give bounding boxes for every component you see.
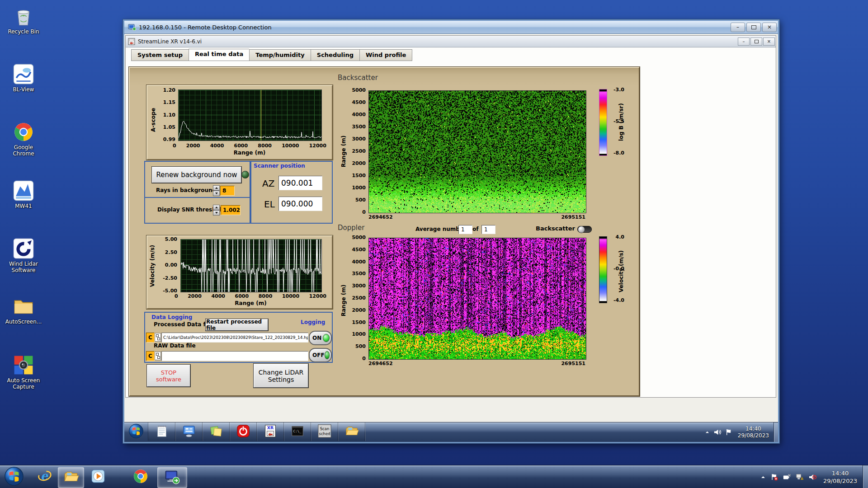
tab-system-setup[interactable]: System setup [131,49,189,61]
a-scope-ylabel: A-scope [150,99,156,140]
restart-processed-file-button[interactable]: Restart processed file [206,319,268,331]
data-logging-title: Data Logging [151,314,192,320]
host-clock[interactable]: 14:40 29/08/2023 [823,469,857,485]
a-scope-graph: A-scope 1.201.151.101.050.99 02000400060… [146,85,333,160]
desktop-icon-label: BL-View [3,86,44,93]
rays-spinner[interactable] [213,185,219,195]
taskbar-google-chrome[interactable] [130,467,151,487]
velocity-xticks: 020004000600080001000012000 [175,293,326,299]
start-orb-icon [128,423,144,441]
renew-background-button[interactable]: Renew background now [152,167,241,183]
remote-clock[interactable]: 14:40 29/08/2023 [738,426,769,439]
battery-power-icon[interactable] [783,473,791,481]
average-of-label: of [472,226,478,232]
stop-software-button[interactable]: STOP software [147,365,190,387]
tab-wind-profile[interactable]: Wind profile [359,49,412,61]
change-lidar-settings-button[interactable]: Change LiDAR Settings [254,364,308,388]
speaker-icon[interactable] [713,428,721,436]
desktop-icon-wind-lidar-software[interactable]: Wind Lidar Software [3,238,44,273]
scanner-position-box: Scanner position AZ 090.001 EL 090.000 [250,161,333,224]
backscatter-section-title: Backscatter [338,74,378,82]
app-minimize-button[interactable]: – [738,38,750,46]
desktop-icon-recycle-bin[interactable]: Recycle Bin [3,5,44,35]
remote-show-desktop-button[interactable] [774,422,778,442]
spinner-down-icon[interactable] [213,210,220,216]
logging-off-button[interactable]: OFF [309,348,332,362]
el-value-field[interactable]: 090.000 [278,197,322,211]
doppler-colorbar-label: Velocity (m/s) [618,242,624,300]
taskbar-stop-application[interactable] [230,422,257,441]
tab-temp-humidity[interactable]: Temp/humidity [249,49,311,61]
taskbar-sticky-notes[interactable] [203,422,230,441]
az-value-field[interactable]: 090.001 [278,176,322,190]
tick-label: 2000 [350,307,366,314]
app-close-button[interactable]: × [763,38,775,46]
tick-label: 4500 [350,99,366,106]
toggle-knob[interactable] [578,226,585,233]
taskbar-start-button[interactable] [124,422,148,441]
app-restore-button[interactable] [750,38,762,46]
spinner-up-icon[interactable] [213,205,220,210]
action-center-flag-icon[interactable] [725,428,732,436]
mw41-icon [13,180,34,202]
app-titlebar[interactable]: StreamLine XR v14-6.vi – × [126,36,776,47]
tray-expand-icon[interactable] [705,430,710,435]
tray-expand-icon[interactable] [760,474,766,480]
average-number-field[interactable]: 1 [458,225,472,234]
tick-label: 8000 [258,143,272,149]
raw-drive-box[interactable]: C [146,351,155,361]
doppler-xlabels: 26946522695151 [368,361,585,366]
maximize-button[interactable] [746,23,761,32]
network-warning-icon[interactable] [796,473,804,481]
tick-label: 1.10 [158,112,175,118]
tick-label: 4000 [211,293,225,299]
speaker-muted-icon[interactable] [808,473,816,481]
rdp-titlebar[interactable]: 192.168.0.150 - Remote Desktop Connectio… [124,21,778,34]
tick-label: 4500 [350,247,366,253]
raw-path-field[interactable] [161,351,308,361]
desktop-icon-bl-view[interactable]: BL-View [3,63,44,93]
maximize-icon [751,25,756,29]
snr-value-field[interactable]: 1.002 [221,205,241,215]
host-show-desktop-button[interactable] [863,465,868,488]
close-button[interactable]: × [762,23,777,32]
processed-drive-box[interactable]: C [146,333,155,343]
taskbar-windows-media-player[interactable] [88,467,108,487]
host-taskbar: e 14:40 29/08/2023 [0,465,868,488]
taskbar-windows-explorer[interactable] [338,422,365,441]
average-total-field[interactable]: 1 [481,225,495,234]
rdp-icon [164,469,180,487]
rays-value-field[interactable]: 8 [220,186,235,196]
taskbar-instrument-panel[interactable] [175,422,203,441]
tab-scheduling[interactable]: Scheduling [311,49,359,61]
taskbar-streamline-xr-vi[interactable]: XR [257,422,284,441]
processed-path-field[interactable]: C:\Lidar\Data\Proc\2023\202308\20230829\… [161,333,308,343]
desktop-icon-auto-screen-capture[interactable]: Auto Screen Capture [3,354,44,390]
minimize-button[interactable]: – [731,23,745,32]
taskbar-windows-explorer[interactable] [58,467,84,488]
desktop-icon-autoscreen-[interactable]: AutoScreen... [3,296,44,325]
taskbar-notepad[interactable] [148,422,175,441]
remote-system-tray: 14:40 29/08/2023 [703,422,778,442]
taskbar-remote-desktop-connection[interactable] [157,467,187,488]
taskbar-internet-explorer[interactable]: e [34,467,55,487]
backscatter-toggle-label: Backscatter [536,225,575,232]
remote-date: 29/08/2023 [738,432,769,439]
spinner-up-icon[interactable] [213,185,220,191]
change-line2: Settings [268,376,294,383]
snr-spinner[interactable] [213,205,219,215]
tab-real-time-data[interactable]: Real time data [189,49,249,61]
backscatter-doppler-toggle[interactable] [577,226,592,233]
on-led-icon [323,334,330,342]
desktop-icon-mw41[interactable]: MW41 [3,180,44,209]
taskbar-start-button[interactable] [4,467,24,487]
spinner-down-icon[interactable] [213,191,220,196]
desktop-icon-google-chrome[interactable]: Google Chrome [3,121,44,157]
action-center-flag-error-icon[interactable] [770,473,778,481]
taskbar-command-prompt[interactable]: C:\_ [284,422,311,441]
velocity-xlabel: Range (m) [180,300,321,306]
backscatter-xlabels: 26946522695151 [368,214,585,220]
taskbar-scan-scheduler[interactable]: Scansched [311,422,338,441]
az-label: AZ [262,178,274,189]
logging-on-button[interactable]: ON [309,331,332,345]
